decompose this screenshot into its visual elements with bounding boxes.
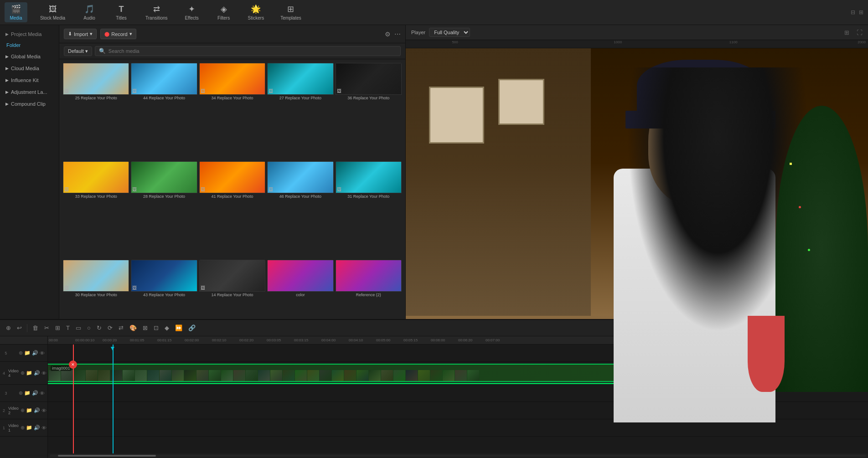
thumb-ref	[336, 260, 401, 291]
track-v2-folder[interactable]: 📁	[26, 407, 32, 413]
track-v1-eye[interactable]: 👁	[41, 425, 46, 431]
media-item-33[interactable]: 🖼 33 Replace Your Photo	[63, 161, 129, 258]
h-scrollbar-track[interactable]	[50, 455, 866, 457]
toolbar-filters[interactable]: ◈ Filters	[212, 2, 235, 22]
import-button[interactable]: ⬇ Import ▾	[64, 29, 97, 39]
window-controls: ⊟ ⊞	[851, 9, 863, 15]
toolbar-media[interactable]: 🎬 Media	[5, 2, 27, 22]
record-dot-icon: ⬤	[104, 31, 109, 36]
track-5-folder[interactable]: 📁	[24, 350, 31, 356]
search-input[interactable]	[108, 48, 397, 54]
media-label-14: 14 Replace Your Photo	[199, 292, 265, 298]
track-v1-folder[interactable]: 📁	[26, 425, 32, 431]
track-v1-add[interactable]: ⊕	[21, 425, 25, 431]
track-v2-add[interactable]: ⊕	[21, 407, 25, 413]
track-3-folder[interactable]: 📁	[24, 390, 31, 396]
fullscreen-icon[interactable]: ⛶	[857, 29, 863, 36]
sidebar-item-adjustment-la[interactable]: ▶ Adjustment La...	[0, 86, 59, 98]
delete-button[interactable]: 🗑	[30, 323, 41, 333]
keyframe-button[interactable]: ◆	[162, 323, 171, 333]
ruler-500: 00:05:00	[376, 338, 390, 342]
video1-num: 1	[3, 426, 5, 430]
sidebar-item-influence-kit[interactable]: ▶ Influence Kit	[0, 74, 59, 86]
track-5-audio[interactable]: 🔊	[32, 350, 38, 356]
track-v4-folder[interactable]: 📁	[26, 370, 32, 376]
track-v2-eye[interactable]: 👁	[41, 408, 46, 413]
toolbar-transitions[interactable]: ⇄ Transitions	[142, 2, 171, 22]
ruler-105: 00:01:05	[130, 338, 144, 342]
image-icon: 🖼	[64, 187, 69, 192]
more-options-icon[interactable]: ⋯	[394, 31, 401, 38]
track-3-eye[interactable]: 👁	[40, 391, 45, 396]
media-item-41[interactable]: 🖼 41 Replace Your Photo	[199, 161, 265, 258]
sidebar-item-compound-clip[interactable]: ▶ Compound Clip	[0, 98, 59, 110]
minimize-icon[interactable]: ⊟	[851, 9, 855, 15]
media-item-34[interactable]: 🖼 34 Replace Your Photo	[199, 63, 265, 160]
motion-button[interactable]: ⟳	[105, 323, 115, 333]
split-button[interactable]: ⊠	[140, 323, 150, 333]
project-media-label: Project Media	[11, 31, 41, 37]
video2-label: Video 2	[8, 406, 19, 415]
toolbar-effects[interactable]: ✦ Effects	[181, 2, 203, 22]
rect-button[interactable]: ▭	[73, 323, 83, 333]
undo-button[interactable]: ↩	[15, 323, 24, 333]
titles-icon: T	[119, 5, 124, 14]
sidebar-folder[interactable]: Folder	[0, 40, 59, 51]
chevron-icon: ▶	[5, 54, 9, 59]
default-filter-button[interactable]: Default ▾	[64, 46, 92, 56]
cut-button[interactable]: ✂	[42, 323, 52, 333]
track-5-label: 5 ⊕ 📁 🔊 👁	[0, 345, 47, 362]
h-scrollbar[interactable]	[48, 453, 868, 458]
track-v4-audio[interactable]: 🔊	[34, 370, 40, 376]
text-button[interactable]: T	[64, 323, 72, 333]
sidebar-item-global-media[interactable]: ▶ Global Media	[0, 51, 59, 62]
toolbar-audio[interactable]: 🎵 Audio	[78, 2, 101, 22]
media-item-31[interactable]: 🖼 31 Replace Your Photo	[336, 161, 402, 258]
pip-icon[interactable]: ⊞	[844, 29, 849, 36]
add-track-button[interactable]: ⊕	[4, 323, 13, 333]
track-v1-audio[interactable]: 🔊	[34, 425, 40, 431]
thumb-33	[63, 162, 129, 193]
project-media-header[interactable]: ▶ Project Media	[0, 29, 59, 40]
track-video2-label: 2 Video 2 ⊕ 📁 🔊 👁	[0, 402, 47, 419]
track-3-audio[interactable]: 🔊	[32, 390, 38, 396]
track-5-eye[interactable]: 👁	[40, 350, 45, 356]
media-item-36[interactable]: 🖼 36 Replace Your Photo	[336, 63, 402, 160]
image-icon: 🖼	[201, 285, 205, 290]
video4-label: Video 4	[8, 369, 19, 378]
toolbar-stock[interactable]: 🖼 Stock Media	[36, 3, 69, 22]
media-label-25: 25 Replace Your Photo	[63, 95, 129, 102]
project-media-chevron: ▶	[5, 32, 9, 36]
filter-icon[interactable]: ⚙	[385, 31, 391, 38]
sidebar-item-cloud-media[interactable]: ▶ Cloud Media	[0, 62, 59, 74]
crop-button[interactable]: ⊞	[53, 323, 62, 333]
clone-button[interactable]: ⊡	[151, 323, 161, 333]
toolbar-templates[interactable]: ⊞ Templates	[277, 2, 305, 22]
media-item-27[interactable]: 🖼 27 Replace Your Photo	[267, 63, 333, 160]
rotate-button[interactable]: ↻	[94, 323, 104, 333]
h-scrollbar-thumb[interactable]	[58, 455, 156, 457]
record-button[interactable]: ⬤ Record ▾	[100, 29, 136, 39]
media-item-28[interactable]: 🖼 28 Replace Your Photo	[131, 161, 197, 258]
media-label-31: 31 Replace Your Photo	[336, 193, 402, 200]
chevron-icon: ▶	[5, 102, 9, 106]
quality-select[interactable]: Full Quality 1/2 Quality 1/4 Quality	[429, 28, 470, 37]
transition-tl-button[interactable]: ⇄	[116, 323, 126, 333]
track-5-add[interactable]: ⊕	[19, 350, 23, 356]
track-v2-audio[interactable]: 🔊	[34, 407, 40, 413]
color-tl-button[interactable]: 🎨	[127, 323, 139, 333]
track-v4-add[interactable]: ⊕	[21, 370, 25, 376]
chevron-icon: ▶	[5, 90, 9, 94]
ruler-315: 00:03:15	[294, 338, 308, 342]
media-item-44[interactable]: 🖼 44 Replace Your Photo	[131, 63, 197, 160]
track-3-add[interactable]: ⊕	[19, 390, 23, 396]
maximize-icon[interactable]: ⊞	[859, 9, 863, 15]
speed-button[interactable]: ⏩	[173, 323, 185, 333]
link-button[interactable]: 🔗	[186, 323, 198, 333]
toolbar-titles[interactable]: T Titles	[110, 3, 133, 22]
track-v4-eye[interactable]: 👁	[41, 371, 46, 376]
media-item-25[interactable]: 🖼 25 Replace Your Photo	[63, 63, 129, 160]
circle-button[interactable]: ○	[85, 323, 93, 333]
toolbar-stickers[interactable]: 🌟 Stickers	[244, 2, 268, 22]
media-item-46[interactable]: 🖼 46 Replace Your Photo	[267, 161, 333, 258]
